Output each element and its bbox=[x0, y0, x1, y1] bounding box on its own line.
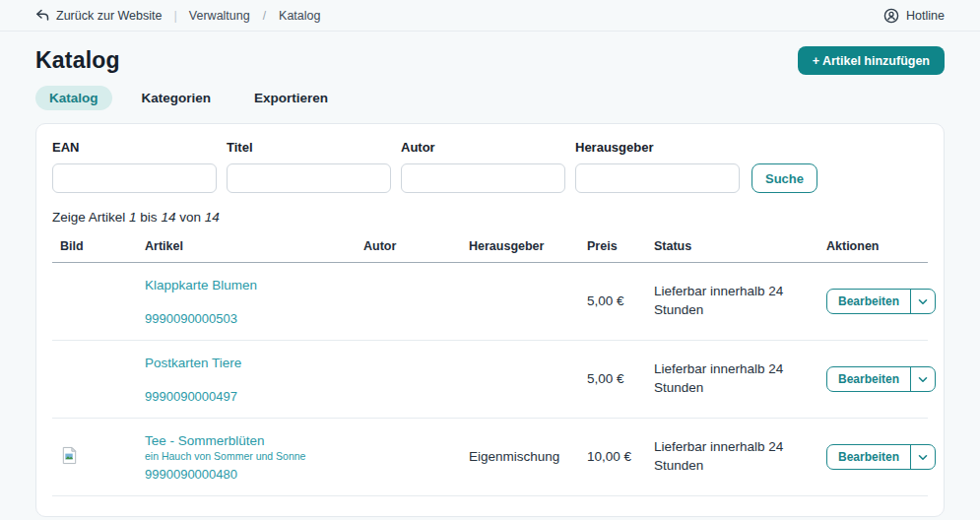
edit-split-button: Bearbeiten bbox=[826, 366, 936, 392]
hotline-person-icon bbox=[883, 8, 899, 24]
results-summary: Zeige Artikel 1 bis 14 von 14 bbox=[52, 210, 928, 225]
titel-input[interactable] bbox=[227, 163, 391, 193]
edit-button[interactable]: Bearbeiten bbox=[827, 367, 910, 391]
col-header-preis: Preis bbox=[581, 239, 648, 253]
summary-total: 14 bbox=[205, 210, 220, 225]
chevron-down-icon bbox=[918, 298, 928, 305]
breadcrumb-verwaltung[interactable]: Verwaltung bbox=[189, 9, 250, 23]
search-button[interactable]: Suche bbox=[751, 163, 817, 193]
col-header-autor: Autor bbox=[358, 239, 463, 253]
edit-button[interactable]: Bearbeiten bbox=[827, 445, 910, 469]
page-title: Katalog bbox=[35, 47, 120, 74]
article-actions-cell: Bearbeiten bbox=[820, 366, 925, 392]
article-info-cell: Tee - Sommerblüten ein Hauch von Sommer … bbox=[139, 433, 358, 482]
article-status: Lieferbar innerhalb 24 Stunden bbox=[648, 283, 820, 320]
edit-dropdown-toggle[interactable] bbox=[910, 290, 935, 313]
top-bar: Zurück zur Website | Verwaltung / Katalo… bbox=[0, 0, 980, 32]
titel-label: Titel bbox=[227, 140, 391, 155]
summary-from: 1 bbox=[129, 210, 137, 225]
article-title-link[interactable]: Postkarten Tiere bbox=[145, 356, 352, 370]
table-row: Tee - Sommerblüten ein Hauch von Sommer … bbox=[52, 419, 928, 496]
article-preis: 10,00 € bbox=[581, 448, 648, 467]
table-row: Klappkarte Blumen 9990090000503 5,00 € L… bbox=[52, 263, 928, 341]
ean-input[interactable] bbox=[52, 163, 217, 193]
article-preis: 5,00 € bbox=[581, 292, 648, 311]
article-ean-link[interactable]: 9990090000503 bbox=[145, 311, 352, 326]
ean-label: EAN bbox=[52, 140, 217, 155]
article-info-cell: Postkarten Tiere 9990090000497 bbox=[139, 356, 358, 404]
autor-label: Autor bbox=[401, 140, 565, 155]
back-link-label: Zurück zur Website bbox=[56, 9, 162, 23]
add-article-button[interactable]: + Artikel hinzufügen bbox=[798, 46, 945, 75]
col-header-status: Status bbox=[648, 239, 820, 253]
summary-to: 14 bbox=[161, 210, 175, 225]
tab-bar: Katalog Kategorien Exportieren bbox=[35, 86, 945, 110]
edit-split-button: Bearbeiten bbox=[826, 289, 936, 314]
col-header-herausgeber: Herausgeber bbox=[463, 239, 581, 253]
article-status: Lieferbar innerhalb 24 Stunden bbox=[648, 360, 820, 398]
back-to-website-link[interactable]: Zurück zur Website bbox=[35, 9, 162, 23]
edit-button[interactable]: Bearbeiten bbox=[827, 290, 910, 313]
breadcrumb-separator: / bbox=[258, 9, 271, 23]
tab-exportieren[interactable]: Exportieren bbox=[240, 86, 342, 110]
article-image-cell bbox=[52, 446, 139, 468]
article-actions-cell: Bearbeiten bbox=[820, 289, 925, 314]
breadcrumb-katalog[interactable]: Katalog bbox=[279, 9, 320, 23]
col-header-bild: Bild bbox=[52, 239, 139, 253]
autor-input[interactable] bbox=[401, 163, 565, 193]
hotline-link[interactable]: Hotline bbox=[883, 8, 945, 24]
filter-bar: EAN Titel Autor Herausgeber Suche bbox=[52, 140, 928, 193]
tab-katalog[interactable]: Katalog bbox=[35, 86, 112, 110]
article-title-link[interactable]: Klappkarte Blumen bbox=[145, 278, 352, 292]
catalog-card: EAN Titel Autor Herausgeber Suche Zeige … bbox=[35, 123, 945, 517]
herausgeber-input[interactable] bbox=[575, 163, 740, 193]
article-actions-cell: Bearbeiten bbox=[820, 444, 925, 470]
article-herausgeber: Eigenmischung bbox=[463, 448, 581, 467]
col-header-artikel: Artikel bbox=[139, 239, 358, 253]
article-title-link[interactable]: Tee - Sommerblüten bbox=[145, 433, 352, 448]
article-ean-link[interactable]: 9990090000497 bbox=[145, 389, 352, 404]
topbar-divider: | bbox=[169, 8, 180, 23]
table-header-row: Bild Artikel Autor Herausgeber Preis Sta… bbox=[52, 239, 928, 263]
table-body: Klappkarte Blumen 9990090000503 5,00 € L… bbox=[52, 263, 928, 496]
article-info-cell: Klappkarte Blumen 9990090000503 bbox=[139, 278, 358, 326]
articles-table: Bild Artikel Autor Herausgeber Preis Sta… bbox=[52, 239, 928, 496]
article-ean-link[interactable]: 9990090000480 bbox=[145, 467, 352, 482]
broken-image-icon bbox=[60, 446, 79, 465]
article-subtitle bbox=[145, 372, 352, 389]
article-preis: 5,00 € bbox=[581, 370, 648, 389]
article-subtitle bbox=[145, 294, 352, 311]
article-subtitle: ein Hauch von Sommer und Sonne bbox=[145, 450, 352, 467]
herausgeber-label: Herausgeber bbox=[575, 140, 740, 155]
col-header-aktionen: Aktionen bbox=[820, 239, 925, 253]
edit-split-button: Bearbeiten bbox=[826, 444, 936, 470]
tab-kategorien[interactable]: Kategorien bbox=[128, 86, 226, 110]
chevron-down-icon bbox=[918, 454, 928, 461]
article-status: Lieferbar innerhalb 24 Stunden bbox=[648, 438, 820, 476]
edit-dropdown-toggle[interactable] bbox=[910, 367, 935, 391]
chevron-down-icon bbox=[918, 376, 928, 383]
hotline-label: Hotline bbox=[906, 9, 945, 23]
table-row: Postkarten Tiere 9990090000497 5,00 € Li… bbox=[52, 341, 928, 419]
back-arrow-icon bbox=[35, 9, 49, 22]
edit-dropdown-toggle[interactable] bbox=[910, 445, 935, 469]
